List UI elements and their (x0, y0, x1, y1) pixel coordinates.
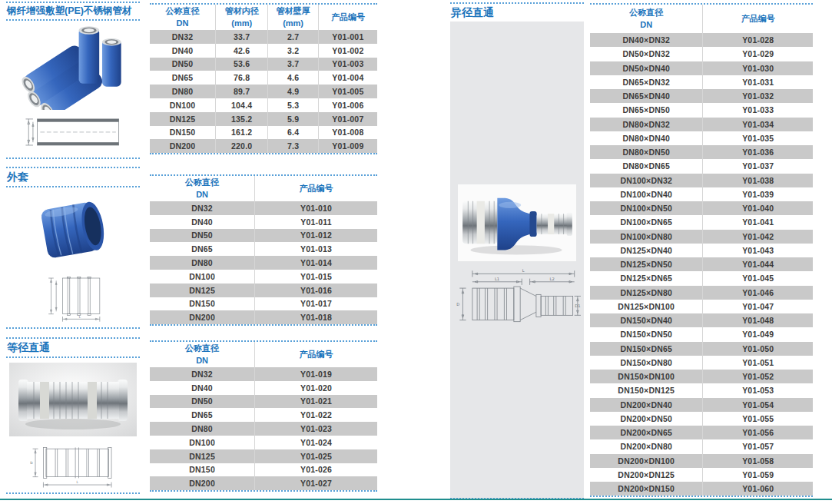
sleeve-image-area: L (6, 187, 140, 326)
vertical-pipe (102, 38, 121, 87)
table-row: DN65Y01-013 (150, 242, 377, 256)
table-row: DN100×DN32Y01-038 (590, 174, 813, 187)
table-cell: Y01-041 (703, 215, 813, 229)
table-cell: Y01-003 (318, 58, 377, 71)
table-cell: Y01-048 (703, 313, 813, 327)
pipe-dimension-drawing (18, 114, 128, 148)
table-header: 公称直径DN产品编号 (150, 342, 377, 367)
table-cell: 6.4 (268, 126, 318, 140)
table-cell: DN65 (150, 71, 215, 85)
table-cell: DN40 (150, 215, 255, 229)
dim-label-length: L (79, 315, 81, 319)
table-cell: Y01-057 (703, 439, 813, 453)
table-cell: 5.3 (268, 98, 318, 112)
reducer-table-block: 公称直径DN产品编号DN40×DN32Y01-028DN50×DN32Y01-0… (590, 3, 813, 497)
reducer-dimension-drawing: L L1 L2 D D1 (453, 267, 581, 327)
table-row: DN150Y01-026 (150, 463, 377, 477)
table-cell: 42.6 (215, 44, 267, 58)
table-cell: 161.2 (215, 126, 267, 140)
table-cell: DN80×DN50 (590, 145, 703, 159)
table-cell: 53.6 (215, 58, 267, 71)
table-cell: DN125×DN50 (590, 257, 703, 271)
table-row: DN200Y01-018 (150, 310, 377, 324)
table-cell: DN80 (150, 256, 255, 270)
table-cell: Y01-060 (703, 482, 813, 496)
table-cell: Y01-047 (703, 300, 813, 313)
table-cell: DN50 (150, 58, 215, 71)
table-cell: Y01-042 (703, 230, 813, 244)
table-row: DN200×DN50Y01-055 (590, 412, 813, 426)
section-coupling-panel: 等径直通 (6, 337, 140, 494)
plastic-band (40, 382, 49, 419)
table-cell: Y01-011 (255, 215, 377, 229)
table-cell: Y01-033 (703, 103, 813, 117)
table-cell: DN200×DN50 (590, 412, 703, 426)
table-cell: Y01-022 (255, 408, 377, 422)
table-row: DN150×DN80Y01-051 (590, 356, 813, 370)
table-cell: Y01-059 (703, 468, 813, 482)
table-cell: Y01-055 (703, 412, 813, 426)
table-cell: DN200×DN150 (590, 482, 703, 496)
table-row: DN32Y01-010 (150, 201, 377, 215)
table-cell: DN80×DN65 (590, 159, 703, 173)
dim-label-right-diameter: D1 (575, 303, 580, 308)
plastic-band (548, 214, 554, 234)
column-header: 产品编号 (318, 5, 377, 30)
table-cell: Y01-028 (703, 33, 813, 47)
table-row: DN8089.74.9Y01-005 (150, 85, 377, 98)
table-cell: Y01-044 (703, 257, 813, 271)
table-cell: 76.8 (215, 71, 267, 85)
pipe-spec-table: 公称直径DN管材内径(mm)管材壁厚(mm)产品编号DN3233.72.7Y01… (150, 5, 377, 153)
section-reducer-title-block: 异径直通 (450, 2, 584, 23)
table-cell: Y01-020 (255, 381, 377, 395)
table-cell: Y01-001 (318, 30, 377, 44)
table-row: DN200×DN125Y01-059 (590, 468, 813, 482)
table-cell: Y01-034 (703, 118, 813, 131)
table-row: DN5053.63.7Y01-003 (150, 58, 377, 71)
table-cell: Y01-051 (703, 356, 813, 370)
plastic-band (88, 382, 97, 419)
table-row: DN80Y01-023 (150, 422, 377, 436)
table-cell: DN125 (150, 449, 255, 463)
table-cell: DN150 (150, 297, 255, 311)
reducer-photo-box (458, 184, 576, 261)
table-row: DN80×DN50Y01-036 (590, 145, 813, 159)
table-cell: DN150×DN80 (590, 356, 703, 370)
table-cell: Y01-019 (255, 367, 377, 381)
table-cell: DN125×DN40 (590, 244, 703, 257)
blue-pipes-product-photo (12, 24, 134, 110)
table-row: DN125135.25.9Y01-007 (150, 112, 377, 126)
bottom-rule (0, 499, 832, 500)
table-row: DN80Y01-014 (150, 256, 377, 270)
table-cell: DN200×DN65 (590, 426, 703, 439)
table-cell: 3.2 (268, 44, 318, 58)
table-cell: Y01-058 (703, 454, 813, 468)
table-cell: Y01-013 (255, 242, 377, 256)
table-cell: DN50 (150, 229, 255, 243)
table-cell: DN100×DN65 (590, 215, 703, 229)
table-cell: DN150×DN125 (590, 383, 703, 397)
table-cell: DN50×DN32 (590, 47, 703, 61)
table-cell: DN200 (150, 310, 255, 324)
table-row: DN65Y01-022 (150, 408, 377, 422)
table-cell: 135.2 (215, 112, 267, 126)
table-header: 公称直径DN产品编号 (150, 176, 377, 201)
table-cell: 7.3 (268, 139, 318, 153)
table-cell: Y01-025 (255, 449, 377, 463)
table-cell: Y01-004 (318, 71, 377, 85)
table-cell: Y01-005 (318, 85, 377, 98)
table-cell: Y01-009 (318, 139, 377, 153)
section-pipe-panel: 钢纤增强敷塑(PE)不锈钢管材 (6, 2, 140, 159)
table-cell: 3.7 (268, 58, 318, 71)
table-row: DN100×DN50Y01-040 (590, 201, 813, 215)
table-cell: Y01-049 (703, 327, 813, 341)
table-row: DN40Y01-020 (150, 381, 377, 395)
table-row: DN200×DN100Y01-058 (590, 454, 813, 468)
table-cell: DN40×DN32 (590, 33, 703, 47)
column-header: 管材内径(mm) (215, 5, 267, 30)
table-cell: DN150 (150, 463, 255, 477)
section-sleeve-panel: 外套 (6, 167, 140, 329)
table-row: DN50×DN40Y01-030 (590, 61, 813, 75)
table-cell: 2.7 (268, 30, 318, 44)
table-row: DN40Y01-011 (150, 215, 377, 229)
